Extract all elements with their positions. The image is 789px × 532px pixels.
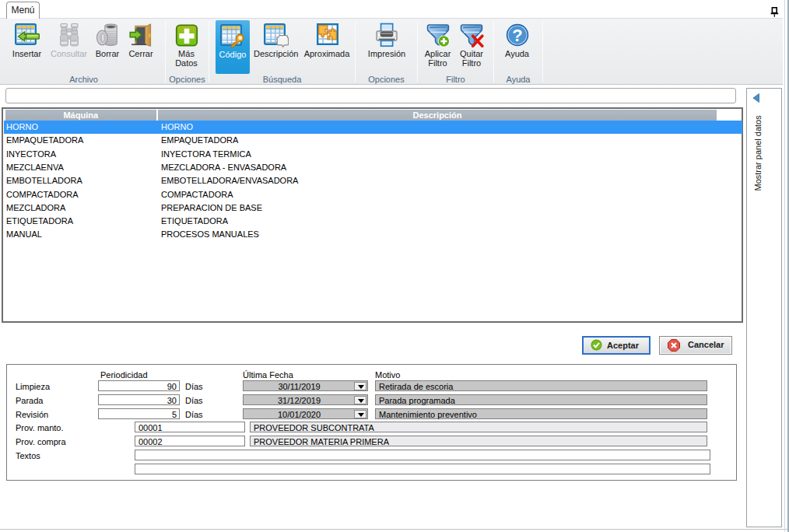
svg-text:?: ? [512, 26, 522, 45]
